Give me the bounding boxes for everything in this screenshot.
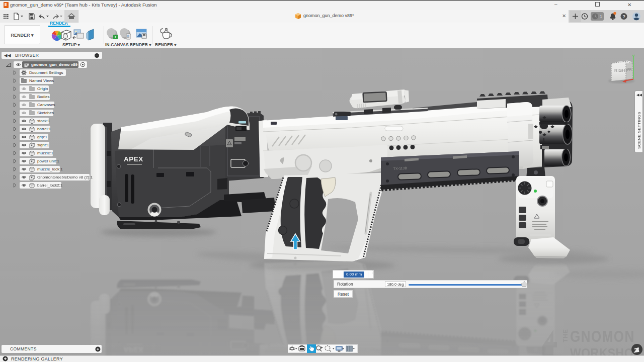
svg-text:GNOMON: GNOMON xyxy=(570,328,635,345)
svg-text:?: ? xyxy=(623,14,626,19)
svg-text:THE: THE xyxy=(562,329,569,342)
svg-text:RIGHT: RIGHT xyxy=(614,68,627,73)
svg-text:FR: FR xyxy=(627,68,632,71)
svg-text:1: 1 xyxy=(600,14,602,19)
